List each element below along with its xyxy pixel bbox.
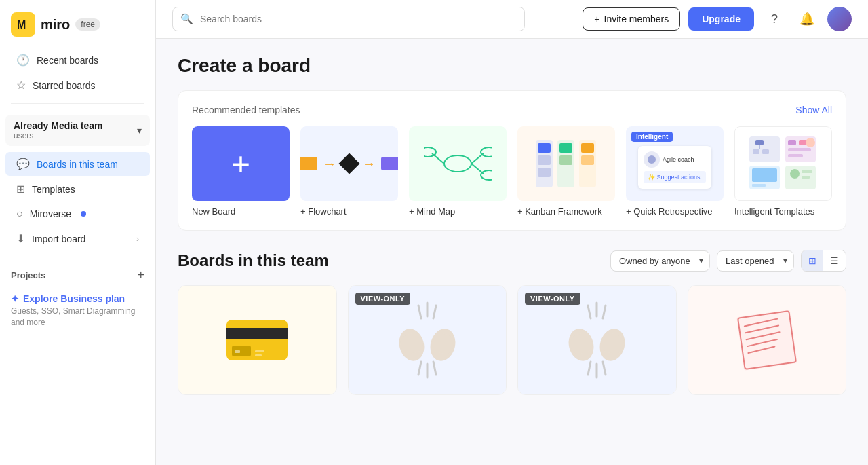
view-only-badge-2: VIEW-ONLY (355, 293, 411, 305)
star-icon: ☆ (16, 79, 26, 92)
new-board-name: New Board (192, 206, 290, 217)
header: 🔍 + Invite members Upgrade ? 🔔 (156, 0, 868, 39)
view-toggle: ⊞ ☰ (801, 250, 846, 272)
recommended-label: Recommended templates (192, 105, 300, 115)
svg-rect-21 (753, 149, 760, 154)
sidebar-item-recent[interactable]: 🕐 Recent boards (5, 48, 150, 72)
svg-rect-10 (538, 155, 551, 165)
svg-rect-40 (255, 350, 264, 352)
miro-logo: M (11, 12, 35, 37)
qr-avatar (644, 151, 660, 168)
svg-rect-24 (788, 140, 796, 145)
upgrade-button[interactable]: Upgrade (688, 7, 754, 31)
add-project-button[interactable]: + (137, 268, 144, 282)
new-board-card[interactable]: + New Board (192, 126, 290, 217)
logo-text: miro (41, 17, 70, 33)
svg-rect-22 (762, 149, 769, 154)
svg-rect-13 (559, 143, 572, 153)
qr-row-1: Agile coach (644, 151, 706, 168)
quick-retro-name: + Quick Retrospective (626, 206, 724, 217)
mindmap-svg (424, 140, 492, 187)
bell-icon: 🔔 (800, 12, 814, 26)
invite-members-button[interactable]: + Invite members (583, 7, 680, 31)
filter-controls: Owned by anyone Last opened ⊞ ☰ (610, 250, 846, 272)
intelligent-templates-name: Intelligent Templates (734, 206, 832, 217)
sort-select-wrap: Last opened (717, 250, 794, 272)
qr-panel: Agile coach ✨ Suggest actions (638, 146, 711, 189)
show-all-link[interactable]: Show All (795, 105, 832, 115)
grid-view-button[interactable]: ⊞ (802, 250, 823, 271)
templates-section: Recommended templates Show All + New Boa… (178, 90, 846, 231)
intelligent-badge: Intelligent (631, 132, 673, 142)
star-project-icon: ✦ (11, 293, 19, 304)
sort-select[interactable]: Last opened (717, 250, 794, 272)
list-view-button[interactable]: ☰ (823, 250, 846, 271)
board-card-1[interactable] (178, 285, 337, 395)
svg-rect-19 (755, 140, 764, 145)
sidebar-item-templates-label: Templates (32, 184, 75, 195)
intelligent-svg (746, 133, 821, 194)
mindmap-thumb (409, 126, 507, 201)
project-name: Explore Business plan (23, 293, 125, 304)
sidebar-item-miroverse[interactable]: ○ Miroverse (5, 202, 150, 225)
svg-rect-29 (752, 168, 777, 182)
templates-grid: + New Board → → + Fl (192, 126, 832, 217)
kanban-card[interactable]: + Kanban Framework (517, 126, 615, 217)
fc-rect-1 (300, 157, 317, 170)
search-container: 🔍 (172, 7, 525, 31)
intelligent-templates-card[interactable]: Intelligent Templates (734, 126, 832, 217)
fc-arrow-icon-2: → (362, 156, 376, 172)
svg-rect-26 (788, 148, 811, 151)
owned-by-select-wrap: Owned by anyone (610, 250, 710, 272)
board-thumb-1 (178, 286, 336, 394)
svg-rect-39 (235, 350, 240, 353)
sidebar-item-templates[interactable]: ⊞ Templates (5, 177, 150, 201)
content: Create a board Recommended templates Sho… (156, 39, 868, 465)
svg-rect-14 (559, 155, 572, 165)
board-thumb-3: VIEW-ONLY (518, 286, 676, 394)
help-button[interactable]: ? (762, 7, 787, 31)
view-only-badge-3: VIEW-ONLY (525, 293, 580, 305)
sidebar-item-recent-label: Recent boards (37, 55, 98, 66)
svg-line-47 (418, 305, 421, 318)
fist-bump-svg-2 (383, 296, 471, 384)
header-actions: + Invite members Upgrade ? 🔔 (583, 7, 852, 31)
sidebar-item-import[interactable]: ⬇ Import board › (5, 227, 150, 250)
sidebar-divider-2 (11, 257, 144, 257)
projects-label: Projects (11, 270, 45, 280)
project-item[interactable]: ✦ Explore Business plan Guests, SSO, Sma… (0, 288, 155, 334)
svg-rect-17 (581, 155, 594, 165)
search-input[interactable] (172, 7, 525, 31)
clock-icon: 🕐 (16, 54, 30, 67)
svg-point-32 (790, 169, 800, 179)
fc-diamond (338, 153, 359, 174)
team-sub: users (14, 131, 103, 141)
board-thumb-4 (688, 286, 846, 394)
sidebar-item-starred[interactable]: ☆ Starred boards (5, 73, 150, 97)
svg-line-57 (588, 305, 591, 318)
boards-section-header: Boards in this team Owned by anyone Last… (178, 250, 846, 272)
templates-icon: ⊞ (16, 183, 25, 196)
notifications-button[interactable]: 🔔 (795, 7, 819, 31)
team-selector[interactable]: Already Media team users ▾ (5, 115, 150, 146)
page-title: Create a board (178, 55, 846, 77)
flowchart-card[interactable]: → → + Flowchart (300, 126, 398, 217)
board-card-3[interactable]: VIEW-ONLY (517, 285, 677, 395)
mindmap-card[interactable]: + Mind Map (409, 126, 507, 217)
flowchart-thumb: → → (300, 126, 398, 201)
qr-suggest-btn: ✨ Suggest actions (644, 171, 706, 183)
owned-by-select[interactable]: Owned by anyone (610, 250, 710, 272)
board-card-2[interactable]: VIEW-ONLY (348, 285, 507, 395)
board-card-4[interactable] (688, 285, 847, 395)
svg-rect-30 (752, 184, 766, 187)
sidebar-item-boards-in-team[interactable]: 💬 Boards in this team (5, 152, 150, 176)
chevron-down-icon: ▾ (137, 125, 142, 136)
import-icon: ⬇ (16, 232, 25, 245)
svg-rect-31 (785, 166, 816, 189)
credit-card-svg (220, 313, 294, 367)
quick-retro-card[interactable]: Intelligent Agile coach ✨ Suggest action… (626, 126, 724, 217)
svg-rect-62 (736, 310, 797, 371)
avatar[interactable] (827, 7, 852, 31)
sidebar-item-boards-label: Boards in this team (37, 159, 118, 170)
templates-header: Recommended templates Show All (192, 105, 832, 115)
